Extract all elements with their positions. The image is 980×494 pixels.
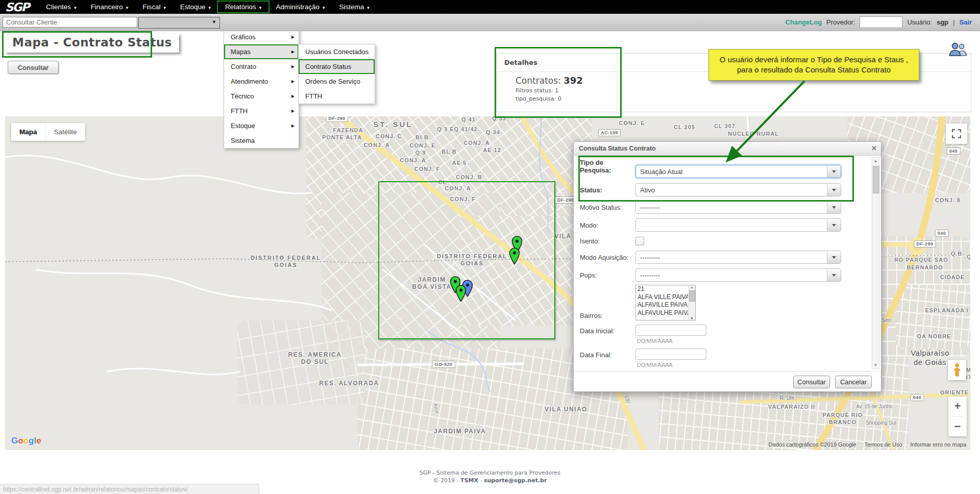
road-shield: GO-520 (432, 361, 455, 368)
annotation-tooltip: O usuário deverá informar o Tipo de Pesq… (708, 49, 919, 81)
map-label: GOIÁS (274, 262, 297, 268)
bairros-scrollbar[interactable]: ▲ ▼ (688, 285, 695, 320)
pegman-streetview-button[interactable] (948, 360, 966, 380)
submenu-item-contrato-status[interactable]: Contrato Status (299, 59, 375, 74)
scroll-up-icon[interactable]: ▲ (872, 159, 879, 163)
bairros-listbox[interactable]: 21ALFA VILLE PAIVAALFAVILLE PAIVAALFAVUL… (635, 285, 696, 320)
changelog-link[interactable]: ChangeLog (786, 18, 822, 26)
mapas-submenu: Usuários ConectadosContrato StatusOrdens… (298, 44, 375, 104)
zoom-out-button[interactable]: − (948, 417, 967, 437)
fullscreen-button[interactable] (946, 124, 967, 144)
map-label: AE 12 (483, 147, 501, 153)
tipo-pesquisa-select[interactable]: Situação Atual (635, 165, 841, 178)
close-icon[interactable]: ✕ (871, 144, 877, 152)
page-title: Mapa - Contrato Status (12, 36, 172, 49)
data-final-label: Data Final: (580, 351, 612, 359)
submenu-arrow-icon: ▶ (291, 79, 295, 84)
scrollbar-thumb[interactable] (689, 290, 695, 302)
menu-relatorios[interactable]: Relatórios▾ (218, 2, 268, 12)
map-label: VILA (554, 233, 571, 240)
modo-label: Modo: (580, 221, 598, 229)
caret-down-icon: ▼ (212, 19, 216, 24)
isento-checkbox[interactable] (635, 237, 644, 245)
page-title-card: Mapa - Contrato Status (5, 34, 179, 53)
map-label: de Goiás (914, 358, 946, 366)
submenu-arrow-icon: ▶ (291, 35, 295, 39)
submenu-item-ftth[interactable]: FTTH (299, 89, 375, 104)
scrollbar-thumb[interactable] (873, 166, 879, 193)
map-label: Av. 15 de Junho (856, 404, 892, 409)
submenu-item-ordens-de-servico[interactable]: Ordens de Serviço (299, 74, 375, 89)
map-label: BERNARDO (906, 264, 943, 270)
dialog-header[interactable]: Consulta Status Contrato (574, 142, 881, 156)
map-label: Q 34 (486, 129, 500, 135)
submenu-item-usuarios-conectados[interactable]: Usuários Conectados (299, 44, 375, 59)
status-select[interactable]: Ativo (635, 183, 841, 196)
modo-select[interactable] (635, 218, 841, 232)
motivo-status-select[interactable]: --------- (635, 201, 841, 214)
menu-sistema[interactable]: Sistema▾ (332, 2, 376, 12)
dialog-footer: Consultar Cancelar (574, 371, 881, 391)
reports-menu-item-mapas[interactable]: Mapas▶ (224, 44, 299, 59)
footer-line1: SGP - Sistema de Gerenciamento para Prov… (0, 450, 980, 476)
tipo-pesquisa-value: Situação Atual (640, 168, 682, 176)
reports-menu-item-estoque[interactable]: Estoque▶ (224, 118, 299, 133)
bairros-option[interactable]: 21 (636, 285, 688, 293)
data-final-input[interactable] (635, 349, 706, 360)
dialog-scrollbar[interactable]: ▲ ▼ (872, 157, 879, 369)
zoom-in-button[interactable]: + (948, 397, 967, 416)
bairros-option[interactable]: ALFA VILLE PAIVA (636, 293, 688, 302)
map-marker[interactable] (455, 285, 467, 302)
terms-of-use-link[interactable]: Termos de Uso (865, 441, 902, 448)
menu-administracao[interactable]: Administração▾ (268, 2, 332, 12)
footer-copyright: © 2019 - (433, 477, 460, 484)
reports-menu-item-atendimento[interactable]: Atendimento▶ (224, 74, 299, 89)
tipo-pesquisa: tipo_pesquisa: 0 (516, 95, 971, 102)
modo-aquisicao-select[interactable]: --------- (635, 251, 841, 264)
reports-menu-item-ftth[interactable]: FTTH▶ (224, 104, 299, 118)
search-input[interactable] (3, 17, 137, 28)
menu-fiscal[interactable]: Fiscal▾ (135, 2, 173, 12)
map-label: Q B (951, 251, 963, 257)
consultar-button[interactable]: Consultar (8, 61, 59, 74)
report-map-error-link[interactable]: Informar erro no mapa (911, 441, 966, 448)
dialog-cancelar-button[interactable]: Cancelar (835, 376, 872, 388)
group-users-icon[interactable] (948, 42, 968, 58)
app-logo[interactable]: SGP (5, 1, 29, 14)
caret-down-icon (827, 269, 841, 281)
map-type-satellite-button[interactable]: Satélite (45, 123, 85, 141)
reports-menu-item-graficos[interactable]: Gráficos▶ (224, 30, 299, 44)
data-inicial-input[interactable] (635, 325, 706, 336)
map-type-map-button[interactable]: Mapa (11, 123, 45, 141)
footer-sep: - (478, 477, 484, 484)
map-label: VILA UNIAO (545, 406, 587, 413)
toolbar-right: ChangeLog Provedor: Usuário: sgp | Sair (786, 14, 972, 31)
map-label: CL 205 (674, 124, 695, 130)
client-filter-select[interactable]: ▼ (138, 17, 220, 29)
logout-link[interactable]: Sair (959, 18, 972, 26)
map-label: CL 307 (714, 123, 736, 129)
scroll-down-icon[interactable]: ▼ (689, 316, 695, 320)
map-label: CONJ. B (456, 174, 482, 180)
scroll-down-icon[interactable]: ▼ (872, 363, 879, 367)
reports-menu-item-sistema[interactable]: Sistema (224, 133, 299, 148)
menu-financeiro[interactable]: Financeiro▾ (84, 2, 136, 12)
app-window: SGP Clientes▾Financeiro▾Fiscal▾Estoque▾R… (0, 0, 980, 494)
map-label: AE 5 (452, 160, 467, 166)
status-value: Ativo (640, 186, 655, 194)
map-marker[interactable] (509, 248, 520, 265)
bairros-option[interactable]: ALFAVILLE PAIVA (636, 301, 688, 309)
pops-select[interactable]: --------- (635, 268, 841, 282)
menu-estoque[interactable]: Estoque▾ (173, 2, 218, 12)
caret-down-icon (827, 219, 841, 231)
provedor-input[interactable] (860, 16, 902, 28)
dialog-consultar-button[interactable]: Consultar (793, 376, 830, 388)
menu-clientes[interactable]: Clientes▾ (39, 2, 83, 12)
reports-menu-item-tecnico[interactable]: Técnico▶ (224, 89, 299, 104)
map-label: Q 41 (461, 116, 476, 122)
bairros-option[interactable]: ALFAVULHE PAIVA (636, 309, 688, 317)
caret-down-icon: ▾ (209, 4, 211, 10)
reports-menu-item-contrato[interactable]: Contrato▶ (224, 59, 299, 74)
google-logo[interactable]: Google (11, 436, 41, 446)
scroll-up-icon[interactable]: ▲ (689, 285, 695, 289)
